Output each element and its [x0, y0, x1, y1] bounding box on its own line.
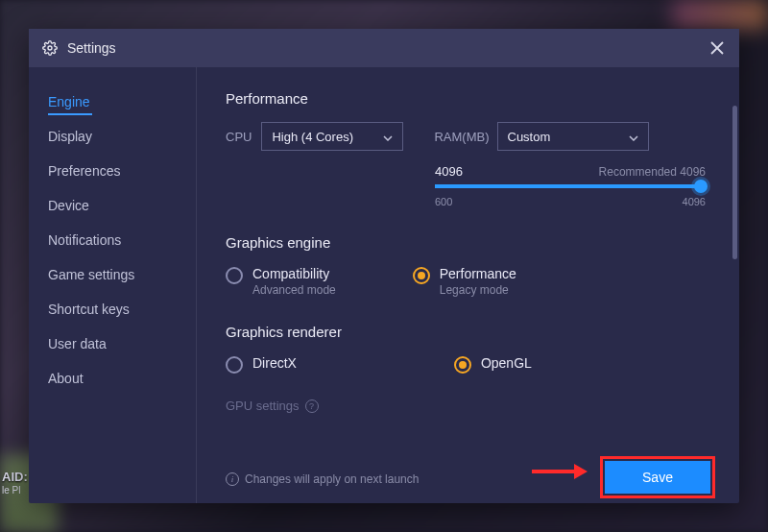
sidebar-item-game-settings[interactable]: Game settings	[48, 257, 196, 292]
ram-recommended-label: Recommended 4096	[599, 165, 706, 179]
radio-sublabel: Legacy mode	[440, 283, 516, 297]
ram-select-value: Custom	[508, 130, 551, 144]
radio-label: Compatibility	[252, 266, 336, 281]
svg-marker-2	[574, 464, 588, 479]
cpu-label: CPU	[226, 130, 252, 144]
radio-icon	[454, 356, 471, 374]
radio-performance[interactable]: Performance Legacy mode	[413, 266, 516, 297]
slider-thumb[interactable]	[694, 180, 708, 193]
performance-heading: Performance	[226, 90, 710, 107]
scrollbar[interactable]	[732, 106, 737, 259]
radio-label: OpenGL	[481, 355, 532, 371]
ram-max-label: 4096	[683, 196, 706, 207]
ram-min-label: 600	[435, 196, 452, 207]
ram-slider[interactable]	[435, 184, 706, 188]
ram-label: RAM(MB)	[434, 130, 489, 144]
sidebar: Engine Display Preferences Device Notifi…	[29, 67, 197, 503]
sidebar-item-display[interactable]: Display	[48, 119, 196, 154]
close-button[interactable]	[708, 39, 726, 57]
sidebar-item-device[interactable]: Device	[48, 188, 196, 223]
sidebar-item-engine[interactable]: Engine	[48, 85, 196, 119]
window-title: Settings	[67, 40, 116, 56]
graphics-engine-heading: Graphics engine	[226, 234, 710, 251]
save-button[interactable]: Save	[605, 461, 710, 494]
slider-fill	[435, 184, 700, 188]
radio-compatibility[interactable]: Compatibility Advanced mode	[226, 266, 336, 297]
graphics-renderer-heading: Graphics renderer	[226, 324, 710, 340]
radio-opengl[interactable]: OpenGL	[454, 355, 532, 374]
cpu-select-value: High (4 Cores)	[272, 130, 353, 144]
radio-label: DirectX	[252, 355, 297, 371]
background-text-fragment-2: le Pl	[2, 485, 20, 496]
modal-body: Engine Display Preferences Device Notifi…	[29, 67, 739, 503]
sidebar-item-user-data[interactable]: User data	[48, 326, 196, 361]
gpu-settings-heading: GPU settings ?	[226, 399, 710, 413]
radio-icon	[226, 356, 243, 374]
sidebar-item-about[interactable]: About	[48, 361, 196, 396]
cpu-select[interactable]: High (4 Cores)	[261, 122, 403, 151]
notice-text: i Changes will apply on next launch	[226, 472, 419, 486]
radio-icon	[226, 267, 243, 284]
titlebar: Settings	[29, 29, 739, 67]
radio-directx[interactable]: DirectX	[226, 355, 297, 374]
annotation-arrow	[530, 463, 588, 484]
radio-icon	[413, 267, 430, 284]
settings-content: Performance CPU High (4 Cores) RAM(MB) C…	[197, 67, 739, 503]
chevron-down-icon	[629, 130, 638, 144]
ram-select[interactable]: Custom	[497, 122, 649, 151]
sidebar-item-shortcut-keys[interactable]: Shortcut keys	[48, 292, 196, 326]
sidebar-item-preferences[interactable]: Preferences	[48, 154, 196, 188]
sidebar-item-notifications[interactable]: Notifications	[48, 223, 196, 257]
ram-current-value: 4096	[435, 164, 463, 179]
radio-label: Performance	[440, 266, 516, 281]
settings-modal: Settings Engine Display Preferences Devi…	[29, 29, 739, 503]
radio-sublabel: Advanced mode	[252, 283, 336, 297]
info-icon: i	[226, 472, 239, 486]
svg-point-0	[48, 46, 52, 50]
help-icon[interactable]: ?	[305, 399, 319, 413]
gear-icon	[42, 40, 58, 56]
chevron-down-icon	[383, 130, 393, 144]
